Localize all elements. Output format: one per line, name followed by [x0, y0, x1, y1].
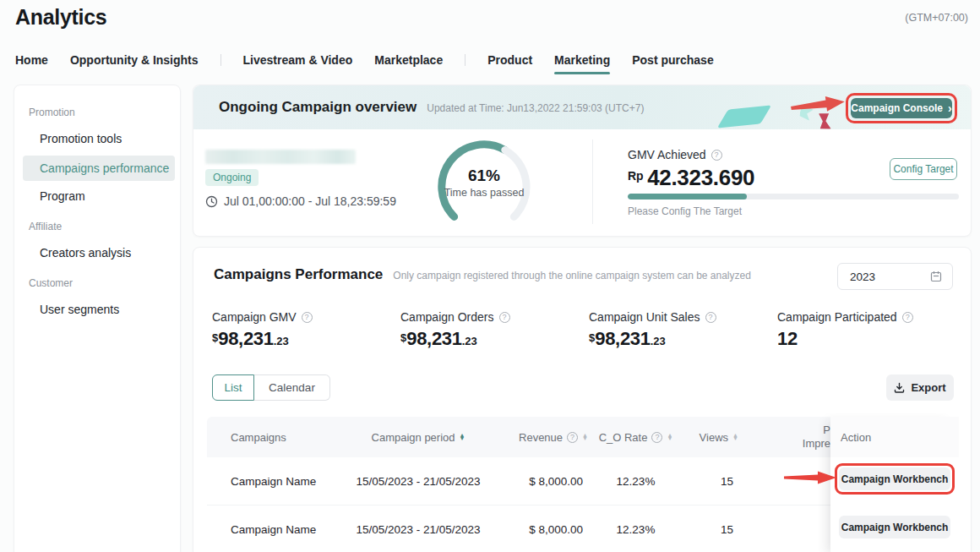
metric-label: Campaign GMV — [212, 310, 297, 324]
metric-value: 98,231 — [595, 328, 651, 349]
metric-decimal: .23 — [651, 335, 666, 347]
sidebar-section-promotion: Promotion — [29, 107, 75, 118]
performance-subtitle: Only campaign registered through the onl… — [393, 270, 751, 281]
campaign-period: Jul 01,00:00:00 - Jul 18,23:59:59 — [205, 194, 396, 208]
cell-views: 15 — [680, 475, 769, 488]
time-passed-gauge: 61% Time has passed — [430, 134, 538, 234]
cell-co-rate: 12.23% — [591, 523, 680, 536]
metric-campaign-unit-sales: Campaign Unit Sales $98,231.23 — [589, 310, 716, 350]
sort-icon[interactable]: ▲▼ — [732, 434, 738, 440]
export-button[interactable]: Export — [886, 374, 954, 401]
sidebar-item-promotion-tools[interactable]: Promotion tools — [40, 132, 122, 145]
status-badge: Ongoing — [205, 169, 259, 186]
sort-icon[interactable]: ▲▼ — [460, 434, 466, 440]
overview-banner: Ongoing Campaign overview Updated at Tim… — [193, 85, 971, 129]
help-icon[interactable] — [705, 312, 716, 323]
col-action: Action — [830, 417, 959, 457]
campaign-workbench-button[interactable]: Campaign Workbench — [839, 516, 950, 538]
sidebar-item-creators-analysis[interactable]: Creators analysis — [40, 246, 131, 260]
metric-label: Campaign Participated — [777, 310, 897, 324]
metric-campaign-participated: Campaign Participated 12 — [777, 310, 913, 350]
cell-co-rate: 12.23% — [591, 475, 680, 488]
tab-calendar-view[interactable]: Calendar — [254, 374, 330, 401]
col-campaign-period[interactable]: Campaign period▲▼ — [351, 431, 486, 444]
campaign-workbench-button[interactable]: Campaign Workbench — [839, 467, 950, 490]
currency-prefix: Rp — [628, 169, 644, 183]
metric-label: Campaign Unit Sales — [589, 310, 700, 324]
metric-decimal: .23 — [462, 335, 477, 347]
nav-tab-marketing[interactable]: Marketing — [554, 53, 610, 67]
action-column: Action Campaign Workbench Campaign Workb… — [830, 417, 959, 552]
sidebar-item-campaigns-performance[interactable]: Campaigns performance — [23, 156, 175, 181]
metric-decimal: .23 — [274, 335, 289, 347]
campaigns-table: Campaigns Campaign period▲▼ Revenue▲▼ C_… — [207, 417, 959, 552]
cell-views: 15 — [680, 523, 769, 536]
metric-value: 12 — [777, 328, 798, 349]
cell-revenue: $ 8,000.00 — [486, 475, 591, 488]
metric-campaign-gmv: Campaign GMV $98,231.23 — [212, 310, 313, 350]
nav-tab-home[interactable]: Home — [15, 53, 48, 67]
annotation-box-campaign-console: Campaign Console — [846, 93, 957, 123]
cell-campaign-name: Campaign Name — [207, 523, 351, 536]
analytics-dashboard: Analytics (GTM+07:00) Home Opportunity &… — [0, 0, 980, 552]
help-icon[interactable] — [711, 150, 722, 161]
col-impressions-clipped: P Impre — [763, 424, 830, 451]
gauge-caption: Time has passed — [430, 187, 538, 199]
config-target-button[interactable]: Config Target — [890, 158, 957, 180]
col-views[interactable]: Views▲▼ — [680, 431, 769, 444]
clock-icon — [205, 195, 218, 208]
performance-title: Campaigns Performance — [214, 266, 383, 283]
view-toggle: List Calendar — [212, 374, 330, 401]
cell-period: 15/05/2023 - 21/05/2023 — [351, 523, 486, 536]
gmv-achieved-label: GMV Achieved — [628, 148, 706, 161]
download-icon — [894, 382, 905, 393]
year-select[interactable]: 2023 — [837, 263, 953, 290]
gmv-achieved-value: Rp 42.323.690 — [628, 165, 754, 191]
campaigns-performance-card: Campaigns Performance Only campaign regi… — [193, 247, 972, 552]
metric-label: Campaign Orders — [400, 310, 494, 324]
year-value: 2023 — [850, 271, 875, 283]
sort-icon[interactable]: ▲▼ — [667, 434, 672, 440]
sidebar-item-user-segments[interactable]: User segments — [40, 303, 119, 316]
nav-tab-product[interactable]: Product — [487, 53, 532, 67]
overview-title: Ongoing Campaign overview — [219, 99, 416, 116]
metric-value: 98,231 — [218, 328, 274, 349]
chevron-right-icon — [948, 102, 952, 115]
banner-decoration-teal — [717, 106, 771, 128]
nav-tab-opportunity-insights[interactable]: Opportunity & Insights — [70, 53, 199, 67]
nav-tab-livestream-video[interactable]: Livestream & Video — [243, 53, 353, 67]
help-icon[interactable] — [567, 432, 578, 443]
sidebar-item-program[interactable]: Program — [40, 189, 85, 203]
help-icon[interactable] — [302, 312, 313, 323]
cell-period: 15/05/2023 - 21/05/2023 — [351, 475, 486, 488]
campaign-console-label: Campaign Console — [851, 102, 943, 114]
campaign-console-button[interactable]: Campaign Console — [851, 98, 952, 118]
nav-tab-post-purchase[interactable]: Post purchase — [632, 53, 713, 67]
sidebar-section-affiliate: Affiliate — [29, 221, 62, 232]
metric-value: 98,231 — [406, 328, 462, 349]
sidebar: Promotion Promotion tools Campaigns perf… — [14, 85, 181, 552]
sort-icon[interactable]: ▲▼ — [582, 434, 588, 440]
help-icon[interactable] — [651, 432, 662, 443]
overview-updated-at: Updated at Time: Jun13,2022 21:59:03 (UT… — [427, 101, 644, 114]
help-icon[interactable] — [902, 312, 913, 323]
sidebar-section-customer: Customer — [29, 277, 73, 289]
campaign-name-redacted — [205, 150, 356, 164]
vertical-divider — [592, 139, 593, 224]
gauge-percent: 61% — [430, 167, 538, 185]
col-co-rate[interactable]: C_O Rate▲▼ — [591, 431, 680, 444]
nav-tab-marketplace[interactable]: Marketplace — [374, 53, 443, 67]
tab-list-view[interactable]: List — [212, 374, 254, 401]
gmv-progress-fill — [628, 194, 747, 199]
page-title: Analytics — [15, 5, 106, 30]
top-navigation: Home Opportunity & Insights Livestream &… — [15, 49, 714, 71]
calendar-icon — [930, 271, 942, 282]
col-campaigns: Campaigns — [207, 431, 351, 444]
metric-campaign-orders: Campaign Orders $98,231.23 — [400, 310, 510, 350]
col-revenue[interactable]: Revenue▲▼ — [486, 431, 591, 444]
help-icon[interactable] — [499, 312, 510, 323]
timezone-label: (GTM+07:00) — [905, 12, 968, 24]
annotation-arrow-campaign-workbench — [784, 469, 838, 486]
gmv-amount: 42.323.690 — [647, 165, 754, 190]
cell-revenue: $ 8,000.00 — [486, 523, 591, 536]
